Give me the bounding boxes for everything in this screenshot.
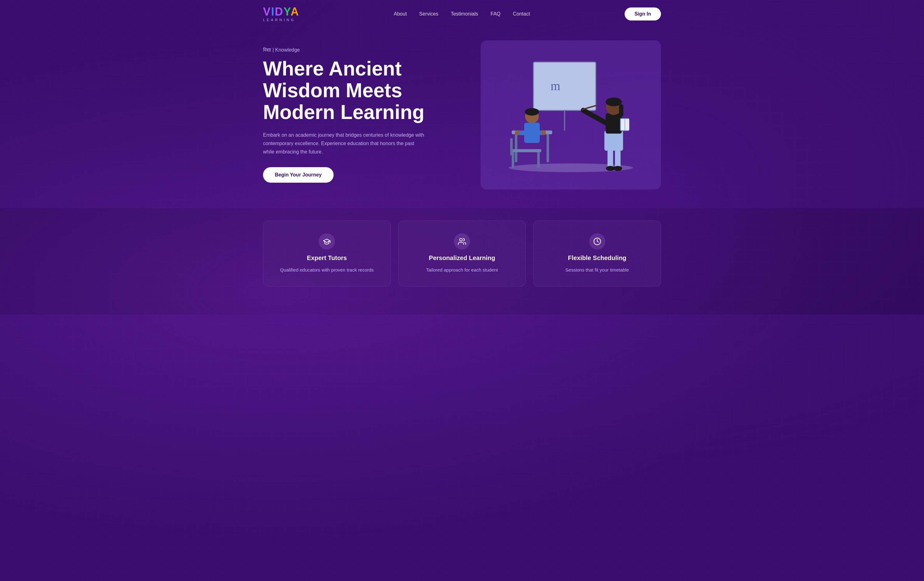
personalized-learning-desc: Tailored approach for each student xyxy=(426,267,498,274)
svg-rect-9 xyxy=(537,152,540,168)
svg-rect-5 xyxy=(515,134,517,162)
nav-link-faq[interactable]: FAQ xyxy=(491,11,500,16)
svg-rect-7 xyxy=(510,149,541,152)
expert-tutors-title: Expert Tutors xyxy=(307,255,347,262)
expert-tutors-desc: Qualified educators with proven track re… xyxy=(280,267,374,274)
nav-item-contact[interactable]: Contact xyxy=(513,11,530,17)
hero-illustration: m xyxy=(493,56,648,174)
svg-rect-23 xyxy=(606,114,622,133)
svg-line-27 xyxy=(583,110,606,123)
svg-rect-26 xyxy=(619,104,624,117)
logo: VIDYA LEARNING xyxy=(263,6,299,22)
features-section: Expert Tutors Qualified educators with p… xyxy=(263,214,661,299)
svg-point-32 xyxy=(460,238,462,241)
hero-description: Embark on an academic journey that bridg… xyxy=(263,131,425,156)
begin-journey-button[interactable]: Begin Your Journey xyxy=(263,167,333,183)
logo-letter-i: I xyxy=(271,5,275,18)
svg-point-16 xyxy=(515,130,520,135)
personalized-learning-icon-container xyxy=(454,233,470,250)
logo-wordmark: VIDYA xyxy=(263,6,299,17)
hero-content: विद्या | Knowledge Where Ancient Wisdom … xyxy=(263,47,450,183)
flexible-scheduling-icon-container xyxy=(589,233,606,250)
expert-tutors-icon-container xyxy=(318,233,335,250)
hero-title: Where Ancient Wisdom Meets Modern Learni… xyxy=(263,58,450,123)
flexible-scheduling-desc: Sessions that fit your timetable xyxy=(566,267,629,274)
nav-item-about[interactable]: About xyxy=(394,11,407,17)
nav-links: About Services Testimonials FAQ Contact xyxy=(394,11,530,17)
svg-point-25 xyxy=(606,97,622,106)
navbar: VIDYA LEARNING About Services Testimonia… xyxy=(263,0,661,28)
people-icon xyxy=(458,237,466,245)
graduation-cap-icon xyxy=(323,237,331,245)
hero-illustration-container: m xyxy=(481,40,661,189)
logo-subtitle: LEARNING xyxy=(263,18,295,22)
nav-item-services[interactable]: Services xyxy=(419,11,438,17)
svg-point-17 xyxy=(541,130,546,135)
nav-link-about[interactable]: About xyxy=(394,11,407,16)
nav-link-testimonials[interactable]: Testimonials xyxy=(451,11,478,16)
logo-letter-d: D xyxy=(275,5,284,18)
nav-item-faq[interactable]: FAQ xyxy=(491,11,500,17)
svg-point-20 xyxy=(606,166,615,171)
signin-button[interactable]: Sign In xyxy=(625,7,661,20)
hero-title-line2: Wisdom Meets xyxy=(263,79,402,102)
svg-rect-10 xyxy=(510,138,513,155)
nav-item-testimonials[interactable]: Testimonials xyxy=(451,11,478,17)
svg-rect-6 xyxy=(546,134,549,162)
logo-letter-y: Y xyxy=(284,5,291,18)
hero-section: विद्या | Knowledge Where Ancient Wisdom … xyxy=(263,28,661,208)
nav-link-contact[interactable]: Contact xyxy=(513,11,530,16)
feature-card-personalized-learning: Personalized Learning Tailored approach … xyxy=(398,221,526,286)
feature-card-flexible-scheduling: Flexible Scheduling Sessions that fit yo… xyxy=(533,221,661,286)
svg-point-21 xyxy=(614,166,622,171)
nav-link-services[interactable]: Services xyxy=(419,11,438,16)
svg-text:m: m xyxy=(551,79,560,93)
logo-letter-v: V xyxy=(263,5,271,18)
clock-icon xyxy=(593,237,601,245)
svg-point-12 xyxy=(525,108,539,115)
hero-tagline: विद्या | Knowledge xyxy=(263,47,450,53)
flexible-scheduling-title: Flexible Scheduling xyxy=(568,255,627,262)
svg-rect-15 xyxy=(526,130,543,135)
svg-rect-1 xyxy=(533,62,596,110)
feature-card-expert-tutors: Expert Tutors Qualified educators with p… xyxy=(263,221,391,286)
hero-title-line1: Where Ancient xyxy=(263,58,402,80)
logo-letter-a: A xyxy=(291,5,299,18)
hero-title-line3: Modern Learning xyxy=(263,101,424,123)
personalized-learning-title: Personalized Learning xyxy=(429,255,495,262)
